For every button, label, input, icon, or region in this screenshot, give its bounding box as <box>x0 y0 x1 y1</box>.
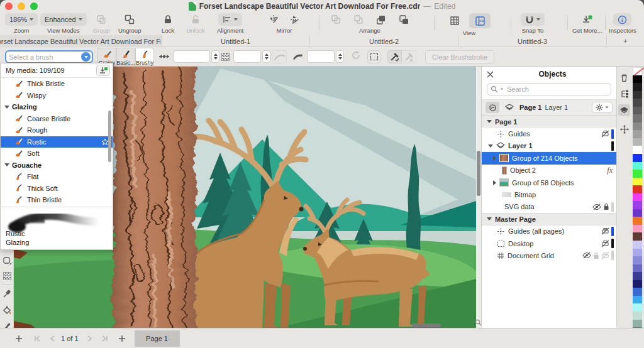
color-swatch[interactable] <box>633 312 642 320</box>
color-swatch-none[interactable] <box>633 67 642 75</box>
brush-item-coarse-bristle[interactable]: Coarse Bristle <box>1 113 113 125</box>
color-swatch[interactable] <box>633 114 642 122</box>
brush-search-input[interactable] <box>6 53 81 61</box>
tree-row-group-214[interactable]: Group of 214 Objects <box>482 152 616 164</box>
layer-view-toggle[interactable] <box>502 102 516 113</box>
marquee-button[interactable] <box>367 50 380 63</box>
combine-button[interactable] <box>330 13 342 26</box>
vertical-scrollbar-thumb[interactable] <box>477 151 480 196</box>
zoom-dropdown[interactable]: 186% <box>5 13 38 26</box>
horizontal-scrollbar-track[interactable] <box>14 323 476 328</box>
page-layout-button[interactable] <box>469 13 491 28</box>
color-swatch[interactable] <box>633 264 642 273</box>
mirror-vertical-button[interactable] <box>289 13 301 26</box>
preset-brushy-button[interactable]: Brushy <box>135 48 154 66</box>
import-media-button[interactable] <box>96 65 110 76</box>
maximize-window-button[interactable] <box>30 3 38 10</box>
fill-tool-button[interactable] <box>1 304 13 315</box>
tree-row-guides-all-pages[interactable]: Guides (all pages) <box>482 226 616 237</box>
shape-tool-button[interactable] <box>1 255 13 266</box>
lock-icon[interactable] <box>603 203 609 210</box>
previous-page-button[interactable] <box>50 335 55 342</box>
add-page-button[interactable] <box>15 335 23 342</box>
eye-off-icon[interactable] <box>582 252 591 259</box>
brush-item-rustic[interactable]: Rustic <box>1 136 113 148</box>
printer-off-icon[interactable] <box>601 240 609 247</box>
tree-section-master-page[interactable]: Master Page <box>482 213 616 225</box>
lock-button[interactable]: Lock <box>158 13 177 34</box>
lock-icon[interactable] <box>593 252 599 259</box>
color-swatch[interactable] <box>633 83 642 91</box>
color-swatch[interactable] <box>633 178 642 186</box>
nib-size-input[interactable] <box>174 50 210 63</box>
to-front-button[interactable] <box>375 13 387 26</box>
brush-selector-combobox[interactable] <box>5 50 93 63</box>
search-field[interactable] <box>487 83 611 95</box>
inspector-objects-tab[interactable] <box>618 104 630 116</box>
color-swatch[interactable] <box>633 303 642 312</box>
color-swatch[interactable] <box>633 256 642 264</box>
layer-color-bar[interactable] <box>611 141 614 151</box>
vertical-scrollbar-track[interactable] <box>476 67 481 328</box>
fx-effect-badge[interactable]: fx <box>607 166 614 175</box>
tab-forset-document[interactable]: Forset Landscape Beautiful Vector Art Do… <box>0 35 162 47</box>
layer-color-bar[interactable] <box>611 239 614 248</box>
tree-row-svg-data[interactable]: SVG data <box>482 201 616 213</box>
layer-options-button[interactable] <box>592 102 613 113</box>
mirror-horizontal-button[interactable] <box>267 13 280 26</box>
color-swatch[interactable] <box>633 209 642 217</box>
group-button[interactable]: Group <box>92 13 111 34</box>
eye-off-icon[interactable] <box>592 204 601 210</box>
first-page-button[interactable] <box>34 335 41 342</box>
smoothing-button[interactable] <box>272 50 287 63</box>
close-icon[interactable] <box>487 71 494 78</box>
inspector-transform-tab[interactable] <box>618 123 630 135</box>
color-swatch[interactable] <box>633 75 642 84</box>
transparency-tool-button[interactable] <box>1 270 13 281</box>
taper-input[interactable] <box>307 50 335 63</box>
media-scrollbar-thumb[interactable] <box>108 111 111 162</box>
brush-section-gouache[interactable]: Gouache <box>1 160 113 171</box>
color-swatch[interactable] <box>633 241 642 249</box>
printer-off-icon[interactable] <box>601 252 609 259</box>
color-swatch[interactable] <box>633 170 642 178</box>
color-swatch[interactable] <box>633 130 642 138</box>
color-swatch[interactable] <box>633 249 642 257</box>
object-view-toggle[interactable] <box>486 102 499 113</box>
preset-basic-button[interactable]: Basic... <box>116 48 135 66</box>
search-input[interactable] <box>506 85 608 94</box>
tree-row-object-2[interactable]: Object 2 fx <box>482 165 616 177</box>
tree-row-desktop[interactable]: Desktop <box>482 237 616 249</box>
tree-row-document-grid[interactable]: Document Grid <box>482 249 616 261</box>
color-swatch[interactable] <box>633 201 642 209</box>
eyedropper-tool-button[interactable] <box>1 288 13 299</box>
unpick-stroke-button[interactable] <box>402 50 416 63</box>
color-swatch[interactable] <box>633 154 642 162</box>
add-page-after-button[interactable] <box>118 335 126 342</box>
pick-stroke-button[interactable] <box>387 50 402 63</box>
brush-item-wispy[interactable]: Wispy <box>1 90 113 102</box>
brush-section-glazing[interactable]: Glazing <box>1 101 113 113</box>
color-swatch[interactable] <box>633 288 642 296</box>
taper-stepper[interactable] <box>336 50 344 63</box>
color-swatch[interactable] <box>633 162 642 170</box>
printer-off-icon[interactable] <box>601 227 609 235</box>
color-swatch[interactable] <box>633 138 642 146</box>
color-swatch[interactable] <box>633 193 642 202</box>
inspectors-button[interactable] <box>613 13 631 26</box>
tab-untitled-3[interactable]: Untitled-3 <box>458 35 607 47</box>
to-back-button[interactable] <box>397 13 410 26</box>
alignment-dropdown[interactable] <box>218 13 242 26</box>
combo-dropdown-button[interactable] <box>81 52 91 62</box>
brush-item-thin-bristle[interactable]: Thin Bristle <box>1 194 113 206</box>
rotate-button[interactable] <box>351 50 361 60</box>
color-swatch[interactable] <box>633 146 642 154</box>
inspector-trash-button[interactable] <box>618 72 630 84</box>
tab-untitled-2[interactable]: Untitled-2 <box>310 35 458 47</box>
brush-item-flat[interactable]: Flat <box>1 171 113 183</box>
layer-color-bar[interactable] <box>611 227 614 236</box>
brush-item-rough[interactable]: Rough <box>1 124 113 136</box>
ungroup-button[interactable]: Ungroup <box>118 13 141 34</box>
snap-to-dropdown[interactable] <box>521 13 545 26</box>
color-swatch[interactable] <box>633 272 642 280</box>
